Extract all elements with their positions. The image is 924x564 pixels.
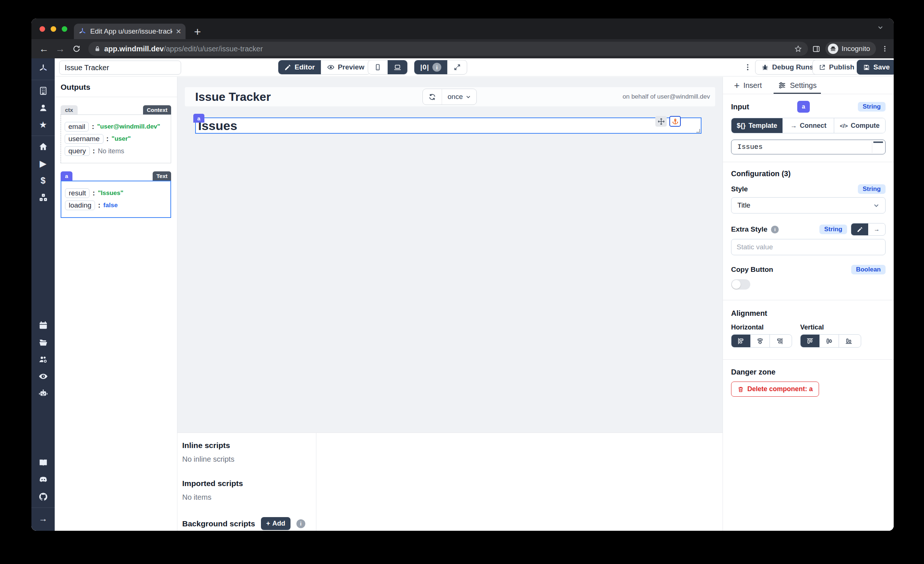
schedules-calendar-icon[interactable] <box>32 317 55 334</box>
output-row-loading[interactable]: loading: false <box>65 200 167 210</box>
align-top-icon[interactable] <box>801 335 820 347</box>
fullscreen-button[interactable] <box>448 60 467 74</box>
publish-button[interactable]: Publish <box>812 60 861 75</box>
variables-dollar-icon[interactable]: $ <box>32 172 55 189</box>
runs-play-icon[interactable]: ▶ <box>32 155 55 172</box>
folders-icon[interactable] <box>32 334 55 351</box>
workspace-icon[interactable] <box>32 82 55 99</box>
info-icon[interactable]: i <box>432 63 441 72</box>
docs-book-icon[interactable] <box>32 454 55 471</box>
side-panel-icon[interactable] <box>812 45 820 53</box>
extra-style-input[interactable] <box>731 239 885 255</box>
output-row-result[interactable]: result: "Issues" <box>65 188 167 198</box>
copy-button-toggle[interactable] <box>731 279 750 290</box>
align-left-icon[interactable] <box>732 335 751 347</box>
output-row-query[interactable]: query: No items <box>64 146 167 156</box>
expand-icon <box>453 64 461 71</box>
url-path: /apps/edit/u/user/issue-tracker <box>164 45 263 53</box>
inline-scripts-title: Inline scripts <box>182 441 310 450</box>
connect-tab[interactable]: →Connect <box>783 118 834 133</box>
info-icon[interactable]: i <box>296 519 305 528</box>
app-canvas[interactable]: Issue Tracker once on behalf of user@win… <box>177 77 723 531</box>
screen: Edit App u/user/issue-tracker | × + ← → … <box>0 0 924 564</box>
ctx-output-box: email: "user@windmill.dev" username: "us… <box>61 115 171 163</box>
refresh-controls: once <box>423 89 477 105</box>
tab-close-icon[interactable]: × <box>176 27 181 36</box>
desktop-view-button[interactable] <box>388 60 407 74</box>
debug-runs-button[interactable]: Debug Runs <box>755 60 820 75</box>
traffic-lights[interactable] <box>39 26 67 32</box>
browser-tab[interactable]: Edit App u/user/issue-tracker | × <box>74 24 186 39</box>
imported-scripts-title: Imported scripts <box>182 479 310 488</box>
style-select[interactable]: Title <box>731 197 885 214</box>
more-options-kebab-icon[interactable] <box>744 62 752 72</box>
tab-title: Edit App u/user/issue-tracker | <box>90 27 172 36</box>
editor-mode-button[interactable]: Editor <box>278 60 321 74</box>
align-center-vertical-icon[interactable] <box>820 335 839 347</box>
resize-handle[interactable] <box>696 129 700 133</box>
windmill-favicon-icon <box>78 27 87 36</box>
delete-component-button[interactable]: Delete component: a <box>731 381 819 397</box>
template-tab[interactable]: ${}Template <box>732 118 783 133</box>
user-icon[interactable] <box>32 99 55 116</box>
grid-lines-button[interactable]: |0| i <box>414 60 448 74</box>
bookmark-star-icon[interactable] <box>794 45 802 53</box>
preview-mode-button[interactable]: Preview <box>321 60 370 74</box>
tab-settings[interactable]: Settings <box>778 77 816 94</box>
url-omnibox[interactable]: app.windmill.dev/apps/edit/u/user/issue-… <box>88 42 808 56</box>
component-id-tab[interactable]: a <box>193 114 204 123</box>
zoom-window-button[interactable] <box>62 26 67 32</box>
horizontal-label: Horizontal <box>731 323 792 331</box>
tab-insert[interactable]: + Insert <box>734 77 762 94</box>
new-tab-button[interactable]: + <box>194 25 201 39</box>
background-scripts-title: Background scripts <box>182 519 255 528</box>
save-button[interactable]: Save <box>857 60 894 75</box>
refresh-mode-dropdown[interactable]: once <box>442 89 476 105</box>
anchor-icon[interactable] <box>669 116 681 127</box>
close-window-button[interactable] <box>39 26 45 32</box>
left-nav-rail: ★ ▶ $ <box>32 58 55 531</box>
workers-robot-icon[interactable] <box>32 385 55 402</box>
groups-users-gear-icon[interactable] <box>32 351 55 368</box>
align-center-horizontal-icon[interactable] <box>751 335 770 347</box>
static-edit-pencil-icon[interactable] <box>851 223 868 235</box>
collapse-sidebar-arrow-icon[interactable]: → <box>32 510 55 527</box>
bug-icon <box>761 64 769 71</box>
ctx-type-badge: Context <box>143 105 171 115</box>
vertical-align-group <box>800 334 861 347</box>
discord-icon[interactable] <box>32 471 55 488</box>
refresh-button[interactable] <box>423 89 442 105</box>
laptop-icon <box>394 64 401 71</box>
audit-logs-eye-icon[interactable] <box>32 368 55 385</box>
compute-tab[interactable]: </>Compute <box>834 118 885 133</box>
align-right-icon[interactable] <box>770 335 789 347</box>
tab-search-chevron-icon[interactable] <box>878 24 884 30</box>
browser-menu-kebab-icon[interactable] <box>881 45 888 52</box>
reload-icon[interactable] <box>69 41 84 56</box>
back-icon[interactable]: ← <box>37 41 51 56</box>
minimize-window-button[interactable] <box>51 26 56 32</box>
github-icon[interactable] <box>32 488 55 505</box>
chevron-down-icon <box>466 94 471 99</box>
add-background-script-button[interactable]: + Add <box>261 517 291 530</box>
move-handle-icon[interactable] <box>655 116 667 127</box>
output-row-username[interactable]: username: "user" <box>64 134 167 144</box>
ctx-id-pill[interactable]: ctx <box>61 105 78 115</box>
code-icon: </> <box>840 123 848 129</box>
info-icon[interactable]: i <box>771 226 779 233</box>
resources-cubes-icon[interactable] <box>32 189 55 206</box>
connect-arrow-icon[interactable]: → <box>868 223 885 235</box>
mobile-view-button[interactable] <box>368 60 388 74</box>
favorites-star-icon[interactable]: ★ <box>32 116 55 133</box>
home-icon[interactable] <box>32 138 55 155</box>
template-code-input[interactable]: Issues <box>731 140 885 154</box>
align-bottom-icon[interactable] <box>839 335 858 347</box>
refresh-icon <box>428 93 436 101</box>
vertical-label: Vertical <box>800 323 861 331</box>
forward-icon[interactable]: → <box>53 41 68 56</box>
windmill-logo-icon[interactable] <box>32 60 55 77</box>
component-a-id-pill[interactable]: a <box>61 171 72 181</box>
app-name-input[interactable] <box>59 61 181 75</box>
selected-text-component[interactable]: a Issues <box>195 117 702 134</box>
output-row-email[interactable]: email: "user@windmill.dev" <box>64 122 167 132</box>
